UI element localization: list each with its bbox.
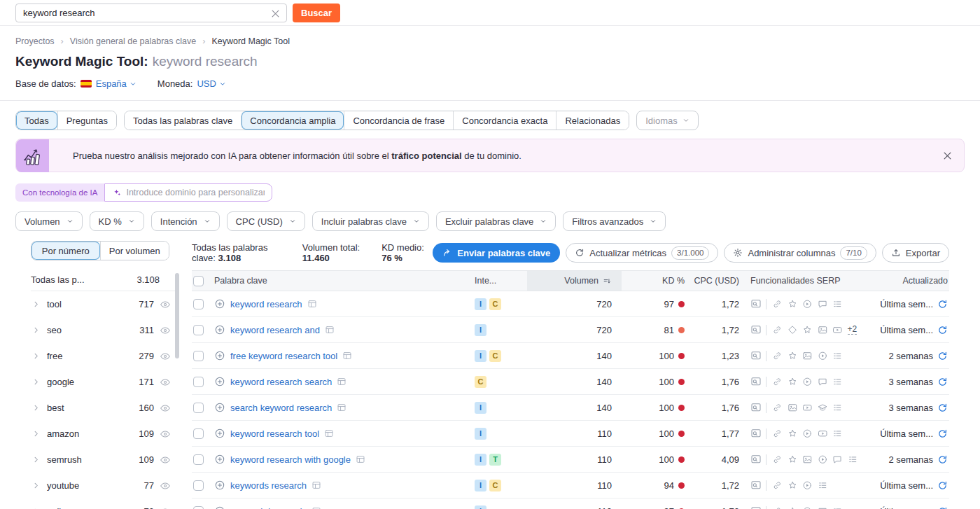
sidebar-group-semrush[interactable]: semrush 109 <box>31 447 179 473</box>
keyword-link[interactable]: research keywords <box>230 506 307 509</box>
sidebar-group-google[interactable]: google 171 <box>31 369 179 395</box>
tab-todas[interactable]: Todas <box>16 111 57 130</box>
column-volume[interactable]: Volumen <box>527 271 622 291</box>
row-checkbox[interactable] <box>193 351 204 361</box>
row-checkbox[interactable] <box>193 377 204 387</box>
keyword-link[interactable]: keyword research search <box>230 377 332 387</box>
keyword-link[interactable]: keyword research and <box>230 325 320 335</box>
filter-kd[interactable]: KD % <box>90 211 144 231</box>
toggle-por-volumen[interactable]: Por volumen <box>100 242 169 260</box>
refresh-icon <box>937 480 948 491</box>
column-serp-features[interactable]: Funcionalidades SERP <box>739 271 865 291</box>
sidebar-group-seo[interactable]: seo 311 <box>31 317 179 343</box>
keyword-link[interactable]: free keyword research tool <box>230 351 337 361</box>
group-count: 311 <box>139 325 154 335</box>
toggle-por-n-mero[interactable]: Por número <box>31 242 100 260</box>
sidebar-group-online[interactable]: online 73 <box>31 498 179 509</box>
filter-incluir-palabras-clave[interactable]: Incluir palabras clave <box>312 211 429 231</box>
link-icon <box>772 428 783 439</box>
tab-concordancia-de-frase[interactable]: Concordancia de frase <box>344 111 453 130</box>
tab-todas-las-palabras-clave[interactable]: Todas las palabras clave <box>125 111 241 130</box>
filter-filtros-avanzados[interactable]: Filtros avanzados <box>563 211 666 231</box>
row-checkbox[interactable] <box>193 299 204 309</box>
sidebar-group-youtube[interactable]: youtube 77 <box>31 473 179 498</box>
tab-preguntas[interactable]: Preguntas <box>57 111 116 130</box>
export-button[interactable]: Exportar <box>882 243 949 263</box>
column-kd[interactable]: KD % <box>622 271 685 291</box>
table-row[interactable]: keyword research tool I 110 100 1,77 Últ… <box>192 421 949 447</box>
search-input[interactable] <box>16 4 286 22</box>
column-intent[interactable]: Inte... <box>475 271 527 291</box>
sidebar-scrollbar[interactable] <box>175 273 179 358</box>
keyword-link[interactable]: keyword research <box>230 299 302 309</box>
table-row[interactable]: keyword research search C 140 100 1,76 3… <box>192 369 949 395</box>
play-icon <box>818 351 828 361</box>
eye-icon <box>160 480 171 491</box>
column-updated[interactable]: Actualizado <box>865 271 949 291</box>
chevron-down-icon <box>130 81 136 88</box>
filter-excluir-palabras-clave[interactable]: Excluir palabras clave <box>436 211 556 231</box>
row-checkbox[interactable] <box>193 403 204 413</box>
serp-more-link[interactable]: +2 <box>848 325 858 335</box>
row-checkbox[interactable] <box>193 506 204 509</box>
star-icon <box>802 325 813 335</box>
tab-concordancia-amplia[interactable]: Concordancia amplia <box>241 111 344 130</box>
row-checkbox[interactable] <box>193 428 204 439</box>
kd-dot <box>678 379 685 385</box>
table-row[interactable]: keyword research IC 720 97 1,72 Última s… <box>192 291 949 317</box>
table-row[interactable]: keyword research and I 720 81 1,72 +2 Úl… <box>192 317 949 343</box>
row-checkbox[interactable] <box>193 454 204 465</box>
breadcrumb-item-visi-n-general-de-palabras-clave[interactable]: Visión general de palabras clave <box>70 36 196 46</box>
kd-dot <box>678 431 685 437</box>
filter-intenci-n[interactable]: Intención <box>151 211 220 231</box>
database-select[interactable]: España <box>96 78 136 89</box>
list-icon <box>818 480 828 491</box>
breadcrumb-item-proyectos[interactable]: Proyectos <box>15 36 55 46</box>
diamond-icon <box>788 325 798 335</box>
volume-value: 720 <box>527 291 622 316</box>
image-icon <box>802 454 813 465</box>
table-row[interactable]: research keywords I 110 97 1,72 Última s… <box>192 498 949 509</box>
sidebar-group-best[interactable]: best 160 <box>31 395 179 421</box>
sidebar-all-row[interactable]: Todas las p... 3.108 <box>31 269 179 291</box>
manage-columns-button[interactable]: Administrar columnas 7/10 <box>724 243 876 263</box>
keyword-link[interactable]: keyword research with google <box>230 454 351 465</box>
cpc-value: 4,09 <box>685 447 739 472</box>
card-icon <box>312 506 321 509</box>
breadcrumb-item-keyword-magic-tool[interactable]: Keyword Magic Tool <box>211 36 290 46</box>
update-metrics-button[interactable]: Actualizar métricas 3/1.000 <box>566 243 718 263</box>
table-row[interactable]: search keyword research I 140 100 1,76 3… <box>192 395 949 421</box>
keyword-link[interactable]: keywords research <box>230 480 307 491</box>
column-keyword[interactable]: Palabra clave <box>214 271 475 291</box>
clear-search-icon[interactable] <box>270 8 281 19</box>
sidebar-group-free[interactable]: free 279 <box>31 343 179 369</box>
group-label: seo <box>47 325 139 335</box>
table-row[interactable]: free keyword research tool IC 140 100 1,… <box>192 343 949 369</box>
currency-select[interactable]: USD <box>197 78 225 89</box>
keyword-link[interactable]: keyword research tool <box>230 428 319 439</box>
sidebar-group-amazon[interactable]: amazon 109 <box>31 421 179 447</box>
row-checkbox[interactable] <box>193 480 204 491</box>
kd-value: 94 <box>664 480 674 491</box>
refresh-icon <box>937 403 948 413</box>
column-cpc[interactable]: CPC (USD) <box>685 271 739 291</box>
domain-input[interactable] <box>126 188 265 197</box>
filter-volumen[interactable]: Volumen <box>15 211 83 231</box>
select-all-checkbox[interactable] <box>193 276 204 286</box>
keyword-link[interactable]: search keyword research <box>230 403 332 413</box>
group-count: 77 <box>144 480 154 491</box>
link-icon <box>772 403 783 413</box>
search-button[interactable]: Buscar <box>293 4 340 22</box>
sidebar-group-tool[interactable]: tool 717 <box>31 291 179 317</box>
filter-cpc-usd[interactable]: CPC (USD) <box>227 211 305 231</box>
tab-relacionadas[interactable]: Relacionadas <box>556 111 629 130</box>
close-icon[interactable] <box>942 151 953 161</box>
table-row[interactable]: keywords research IC 110 94 1,72 Última … <box>192 473 949 498</box>
plus-circle-icon <box>214 454 225 465</box>
group-label: tool <box>47 299 139 309</box>
tab-concordancia-exacta[interactable]: Concordancia exacta <box>453 111 556 130</box>
table-row[interactable]: keyword research with google IT 110 100 … <box>192 447 949 473</box>
languages-dropdown[interactable]: Idiomas <box>636 111 699 130</box>
send-keywords-button[interactable]: Enviar palabras clave <box>433 243 560 263</box>
row-checkbox[interactable] <box>193 325 204 335</box>
